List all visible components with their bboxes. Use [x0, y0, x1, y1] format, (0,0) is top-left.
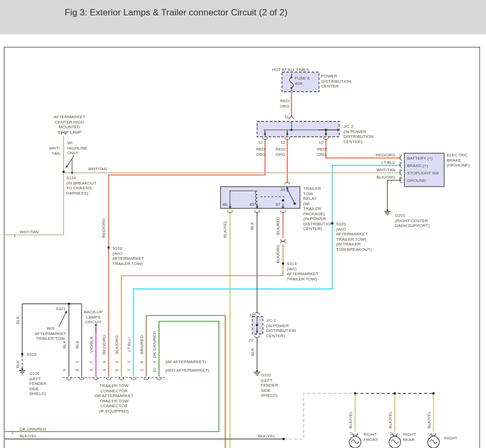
lamp2-pin: 1	[390, 431, 393, 436]
s114-label: S114(IN BREAKOUTTO CHASSISHARNESS)	[66, 175, 96, 196]
junction-dot	[394, 392, 396, 395]
junction-dot	[282, 262, 285, 265]
connector-arc-icon	[131, 377, 136, 380]
conn-pin-u4: 4	[102, 361, 107, 363]
lamp3-wire-label: BLK/YEL	[427, 411, 431, 428]
lamp3-pin: 2	[429, 433, 431, 437]
trailer-connector-label: TRAILER TOWCONNECTOROR AFTERMARKETTRAILE…	[94, 383, 133, 414]
s315-label: S315	[26, 352, 37, 357]
brake-row-ground: GROUND	[407, 178, 426, 183]
g201-ground-icon	[384, 210, 391, 215]
conn-pin-u2: 2	[127, 361, 131, 363]
wire-label-red-org-10: RED/ORG	[317, 147, 328, 157]
breakout-dash	[284, 393, 354, 439]
right-rear-label: RIGHTREAR	[403, 432, 416, 442]
conn-pin-l4: 4	[102, 368, 107, 371]
wire-label-wht-tan-b3: WHT/TAN	[376, 168, 395, 172]
hot-at-all-times: HOT AT ALL TIMES	[272, 67, 309, 72]
wire-label-red-org-rot: RED/ORG	[101, 218, 106, 238]
w0-aftermarket: W/0AFTERMARKETTRAILER TOW	[34, 326, 66, 341]
conn-pin-u3: 3	[114, 361, 119, 363]
right-label: RIGHT	[444, 436, 457, 441]
g100-label: G100(LEFTFENDERSIDESHIELD)	[29, 371, 47, 396]
g100-ground-icon	[19, 369, 25, 374]
wire-label-wht-tan-h2: WHT/TAN	[20, 230, 39, 234]
lamp1-pin: 1	[350, 431, 353, 436]
s320-label: S320(W/OAFTERMARKETTRAILER TOW)(IN TRAIL…	[336, 222, 372, 252]
junction-dot	[282, 438, 285, 441]
conn-label-dk-grn-red: DK GRN/RED	[152, 331, 157, 358]
connector-arc-icon	[144, 377, 149, 380]
stop-lamp-label: AFTERMARKETCENTER HIGHMOUNTEDSTOP LAMP	[54, 115, 85, 135]
brake-pin-3: 3	[399, 168, 402, 173]
pin-87: 87	[276, 202, 280, 207]
conn-label-blk-b: BLK	[75, 340, 79, 349]
conn-pin-l9: 9	[62, 368, 67, 371]
conn-label-blk-org: BLK/ORG	[114, 335, 119, 354]
brake-pin-1: 1	[399, 153, 402, 158]
lamp2-wire-label: BLK/YEL	[388, 411, 393, 428]
conn-pin-u5: 5	[152, 361, 157, 363]
wiring-diagram-page: Fig 3: Exterior Lamps & Trailer connecto…	[0, 0, 486, 448]
connector-arc-icon	[107, 377, 111, 380]
conn-pin-l7: 7	[127, 368, 131, 371]
conn-pin-u6: 6	[139, 361, 144, 363]
wire-label-blk-yel-left: BLK/YEL	[20, 434, 37, 438]
connector-arc-icon	[119, 377, 124, 380]
relay-label: TRAILERTOWRELAY(W/TRAILERPACKAGE)(IN POW…	[303, 186, 333, 231]
junction-dot	[282, 199, 285, 202]
wire-label-blk-red-87: BLK/RED	[276, 217, 280, 235]
connector-arc-icon	[94, 377, 99, 380]
conn-label-red-org: RED/ORG	[102, 335, 107, 354]
arrow-icon	[67, 155, 74, 167]
s319-label: S319(W/OAFTERMARKETTRAILER TOW)	[287, 261, 319, 282]
wire-label-red-org-12: RED/ORG	[256, 147, 267, 157]
wo-aftermarket-note: (W/O AFTERMARKET)	[165, 368, 209, 373]
electric-brake-label: ELECTRICBRAKE(HIGHLINE)	[447, 153, 470, 168]
wire-label-blk-left2: BLK	[15, 360, 20, 368]
jc1-label: J/C 1(IN POWERDISTRIBUTIONCENTER)	[266, 318, 296, 338]
backup-lamps-label: BACK-UPLAMPSCIRCUIT	[84, 310, 103, 324]
wire-label-wht-tan-v: WHT/TAN	[49, 146, 60, 156]
wire-label-dk-grn-red-h: DK GRN/RED	[20, 427, 46, 432]
connector-arc-icon	[289, 117, 294, 120]
brake-pin-2: 2	[399, 161, 402, 165]
conn-pin-l5: 5	[114, 368, 119, 371]
brake-row-stoplight: STOPLIGHT SW	[407, 171, 439, 175]
power-dist-center-label: POWERDISTRIBUTIONCENTER	[321, 74, 351, 89]
conn-label-brn-red: BRN/RED	[139, 335, 144, 354]
wire-label-red-org-fuse: RED/ORG	[280, 99, 290, 109]
junction-dot	[354, 392, 357, 395]
jc2-box	[257, 121, 339, 137]
filament-icon	[430, 440, 437, 444]
junction-dot	[108, 247, 110, 249]
junction-dot	[294, 203, 296, 205]
conn-pin-u7: 7	[89, 361, 94, 363]
wire-label-blk-jc1: BLK	[250, 348, 255, 356]
diagram-border	[4, 47, 480, 448]
junction-dot	[290, 129, 293, 131]
w-highline-only: W/HIGHLINEONLY	[67, 140, 87, 155]
g201-label: G201(RIGHT CENTERDASH SUPPORT)	[395, 213, 430, 228]
wire-blk-org-87	[121, 244, 283, 376]
connector-arc-icon	[67, 377, 72, 380]
wire-label-red-org-b1: RED/ORG	[376, 153, 395, 157]
wire-label-lt-blu: LT BLU	[382, 160, 396, 165]
brake-pin-4: 4	[399, 175, 402, 180]
pin-22: 22	[249, 338, 253, 342]
junction-dot	[68, 303, 70, 305]
pin-13: 13	[280, 140, 285, 145]
wiring-diagram: HOT AT ALL TIMESFUSE 840APOWERDISTRIBUTI…	[0, 0, 486, 448]
connector-arc-icon	[157, 377, 162, 380]
junction-dot	[325, 129, 328, 131]
arrow-icon	[59, 312, 66, 327]
junction-dot	[432, 392, 435, 395]
wire-label-blk-yel-86: BLK/YEL	[223, 220, 227, 238]
wire-label-blk-left1: BLK	[15, 316, 20, 324]
pin-12: 12	[258, 140, 263, 145]
pin-19: 19	[249, 313, 254, 318]
conn-pin-u1: 1	[75, 361, 79, 363]
pin-85: 85	[250, 202, 254, 207]
filament-icon	[351, 440, 359, 444]
junction-dot	[21, 353, 24, 356]
